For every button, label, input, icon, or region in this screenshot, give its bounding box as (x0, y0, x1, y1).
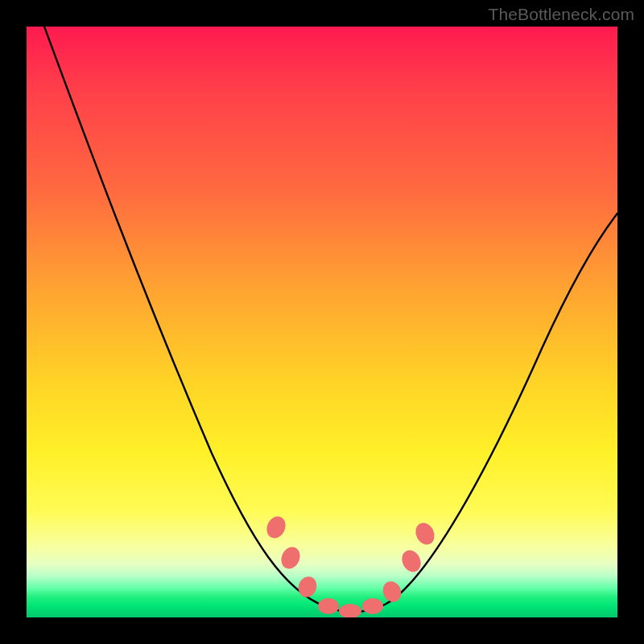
bottleneck-curve (44, 27, 617, 612)
chart-frame: TheBottleneck.com (0, 0, 644, 644)
marker-dot (318, 598, 339, 614)
marker-dot (263, 514, 288, 542)
marker-group (263, 514, 438, 617)
marker-dot (278, 544, 303, 572)
marker-dot (380, 579, 405, 605)
marker-dot (362, 598, 383, 614)
marker-dot (339, 604, 361, 617)
plot-area (27, 27, 617, 617)
marker-dot (412, 520, 438, 548)
watermark-text: TheBottleneck.com (489, 5, 634, 24)
marker-dot (295, 574, 320, 600)
curve-svg (27, 27, 617, 617)
